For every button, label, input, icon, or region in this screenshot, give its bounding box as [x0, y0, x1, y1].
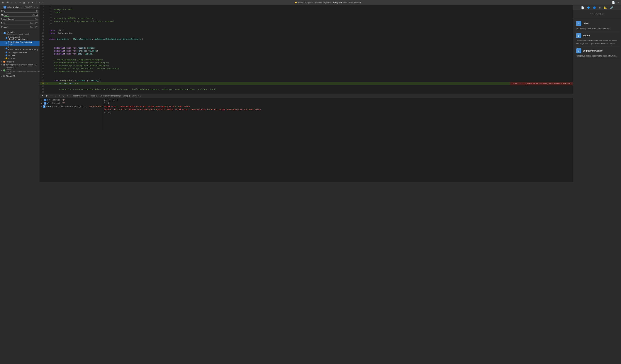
thread1-frame20[interactable]: 20 main — [0, 54, 39, 57]
disk-gauge — [4, 25, 38, 25]
search-icon[interactable]: ⌕ — [10, 1, 13, 4]
button-widget-icon: B — [576, 33, 581, 38]
debug-console-panel[interactable]: [5, 3, 2, 1] 1, 5 fatal error: unexpecte… — [103, 98, 573, 131]
memory-item[interactable]: Memory 10.7 MB — [0, 14, 39, 17]
code-line-26: 26 func Navigation(cr:String, gl:String)… — [40, 79, 573, 82]
thread5-label: Thread 5 — [6, 61, 14, 63]
attributes-inspector-btn[interactable]: 🎚 — [598, 6, 602, 9]
flag-icon[interactable]: ⚑ — [31, 1, 34, 4]
continue-btn[interactable]: ▶ — [46, 94, 49, 97]
thread1-frame2[interactable]: 2 ViewController.GuideStart(Any...) — [0, 46, 39, 51]
thread1-frame19-icon — [5, 51, 7, 53]
thread1-frame19[interactable]: 19 UIApplicationMain — [0, 51, 39, 54]
self-expand-arrow[interactable]: ▶ — [41, 106, 42, 108]
grid-icon[interactable]: ⊞ — [1, 1, 5, 4]
network-value: Zero KB/s — [30, 26, 38, 28]
connections-inspector-btn[interactable]: 🔗 — [609, 6, 614, 9]
thread12-expand-arrow[interactable]: ▶ — [1, 75, 2, 77]
thread-selector[interactable]: Thread 1 — [89, 95, 97, 97]
share-debug-btn[interactable]: ⤴ — [66, 94, 69, 97]
identity-inspector-btn[interactable]: 🔵 — [592, 6, 597, 9]
inspector-segmented-item: S Segmented Control - Displays multiple … — [575, 47, 620, 59]
network-label: Network — [1, 26, 8, 28]
thread-context-label: IndoorNavigation — [73, 95, 87, 97]
console-line-5: (lldb) — [104, 111, 571, 114]
thread1-queue: Queue: com....hread (serial) — [6, 33, 38, 35]
main-toolbar: ⊞ ☰ ⌕ ⚠ ◇ ▦ ⧖ ⚑ ‹ › 📁 IndoorNavigation ›… — [0, 0, 621, 5]
code-line-18: 18 — [40, 55, 573, 58]
eventfetch-label: com.apple.uikit.eventfetch-thread (8) — [6, 64, 36, 66]
thread1-frame21-label: 21 start — [8, 57, 15, 60]
gl-var-icon: A — [44, 102, 46, 105]
thread1-frame1-label: 1 Navigation.Navigation(cr : Strin... — [8, 41, 38, 46]
eventfetch-thread-item[interactable]: ▶ T com.apple.uikit.eventfetch-thread (8… — [0, 63, 39, 66]
thread1-frame0-label: 0 specialized _fatalErrorMessage... — [8, 36, 38, 40]
eventfetch-expand-arrow[interactable]: ▶ — [1, 64, 2, 66]
gl-expand-arrow[interactable]: ▶ — [41, 102, 43, 104]
thread1-frame21[interactable]: 21 start — [0, 57, 39, 60]
code-line-28: 28 — [40, 85, 573, 88]
console-line-4: 2017-02-10 15:02:25.966963 IndoorNavigat… — [104, 108, 571, 111]
main-layout: ▼ I IndoorNavigation PID 4237 ⏸ ✕ CPU 0%… — [0, 5, 621, 182]
layout-icon[interactable]: ▦ — [22, 1, 26, 4]
inspector-label-item: L Label - A variably sized amount of sta… — [575, 19, 620, 32]
thread11-expand-arrow[interactable]: ▶ — [1, 69, 2, 71]
thread11-item[interactable]: ▶ T Thread 11 Queue: com.apple.coremedia… — [0, 66, 39, 75]
code-line-22: 22 let mySession: AVCaptureSession! = AV… — [40, 67, 573, 70]
code-line-9: 9 import UIKit — [40, 29, 573, 32]
help-icon[interactable]: ? — [617, 1, 620, 4]
energy-item[interactable]: Energy Impact Zero — [0, 17, 39, 20]
size-inspector-btn[interactable]: 📐 — [603, 6, 608, 9]
code-line-13: 13 — [40, 41, 573, 44]
frame-selector[interactable]: 1 Navigation.Navigation(cr : String, gl … — [100, 95, 141, 97]
cr-expand-arrow[interactable]: ▶ — [41, 99, 43, 101]
inspector-content: L Label - A variably sized amount of sta… — [573, 18, 621, 182]
step-over-btn[interactable]: ↷ — [50, 94, 53, 97]
thread1-label: Thread 1 — [6, 31, 38, 33]
step-into-btn[interactable]: ↓ — [54, 94, 57, 97]
breadcrumb-folder1[interactable]: IndoorNavigation — [298, 1, 313, 4]
breakpoint-btn[interactable]: ⬡ — [62, 94, 65, 97]
thread1-frame0[interactable]: 0 specialized _fatalErrorMessage... — [0, 35, 39, 41]
code-line-14: 14 — [40, 44, 573, 47]
list-icon[interactable]: ☰ — [6, 1, 9, 4]
code-line-19: 19 /*var myVideoInput:AVCaptureDeviceInp… — [40, 58, 573, 61]
quick-help-btn[interactable]: 🔷 — [586, 6, 591, 9]
disk-item[interactable]: Disk Zero KB/s — [0, 22, 39, 25]
debug-var-self[interactable]: ▶ A self (IndoorNavigation.Navigation) 0… — [40, 105, 103, 108]
forward-button[interactable]: › — [42, 1, 44, 4]
debug-var-cr[interactable]: ▶ A cr (String) "1" — [40, 98, 103, 102]
network-item[interactable]: Network Zero KB/s — [0, 26, 39, 29]
step-out-btn[interactable]: ↑ — [58, 94, 61, 97]
stop-icon[interactable]: ✕ — [36, 6, 38, 9]
debug-var-gl[interactable]: ▶ A gl (String) "5" — [40, 102, 103, 105]
process-header: ▼ I IndoorNavigation PID 4237 ⏸ ✕ — [0, 5, 39, 9]
console-line-3: fatal error: unexpectedly found nil whil… — [104, 105, 571, 108]
cpu-item[interactable]: CPU 0% — [0, 9, 39, 12]
thread1-expand-arrow[interactable]: ▼ — [1, 32, 3, 34]
process-expand-arrow[interactable]: ▼ — [1, 6, 3, 8]
hide-debug-btn[interactable]: ▼ — [41, 94, 45, 97]
pause-icon[interactable]: ⏸ — [33, 6, 36, 9]
link-icon[interactable]: ⧖ — [27, 1, 30, 4]
thread5-expand-arrow[interactable]: ▶ — [1, 61, 2, 63]
bookmark-icon[interactable]: ◇ — [18, 1, 22, 4]
center-panel: 1 // 2 // Navigation.swift 3 // layout 4… — [40, 5, 573, 182]
code-line-17: 17 @IBOutlet weak var goal: UILabel! — [40, 52, 573, 55]
file-inspector-btn[interactable]: 📄 — [580, 6, 585, 9]
segmented-widget-icon: S — [576, 48, 581, 53]
thread5-item[interactable]: ▶ T Thread 5 — [0, 60, 39, 63]
code-line-12: 12 class Navigation : UIViewController, … — [40, 38, 573, 41]
breadcrumb-file[interactable]: Navigation.swift — [333, 1, 347, 4]
breadcrumb-folder2[interactable]: IndoorNavigation — [315, 1, 331, 4]
code-line-27: 27 ➤ current.text = cr Thread 1: EXC_BRE… — [40, 82, 573, 85]
warning-icon[interactable]: ⚠ — [14, 1, 17, 4]
file-icon[interactable]: 📄 — [611, 1, 616, 4]
back-button[interactable]: ‹ — [38, 1, 40, 4]
breadcrumb-selection[interactable]: No Selection — [349, 1, 361, 4]
thread1-item[interactable]: ▼ T Thread 1 Queue: com....hread (serial… — [0, 31, 39, 35]
process-pid: PID 4237 — [25, 6, 32, 8]
thread1-frame1[interactable]: 1 Navigation.Navigation(cr : Strin... — [0, 41, 39, 46]
thread12-item[interactable]: ▶ T Thread 12 — [0, 75, 39, 78]
code-editor[interactable]: 1 // 2 // Navigation.swift 3 // layout 4… — [40, 5, 573, 94]
